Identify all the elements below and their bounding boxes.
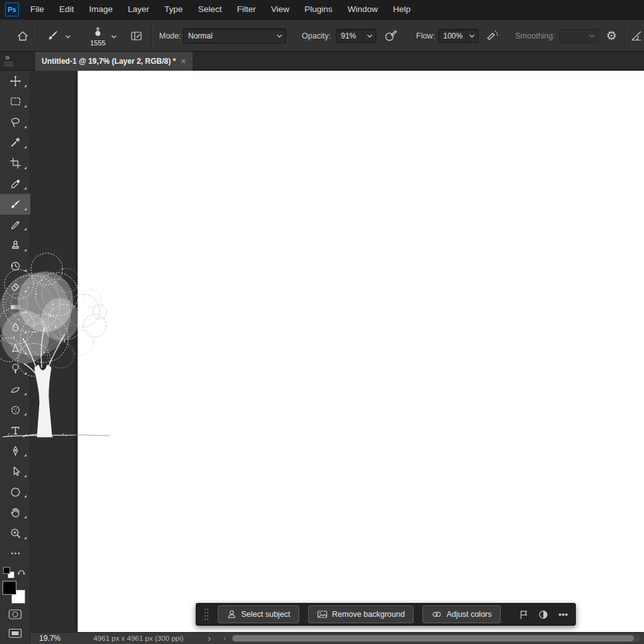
sponge-icon <box>9 404 21 416</box>
tool-crop[interactable] <box>0 153 30 174</box>
menu-image[interactable]: Image <box>81 0 121 19</box>
airbrush-button[interactable] <box>485 28 499 45</box>
opacity-value[interactable]: 91% <box>337 32 363 40</box>
select-subject-label: Select subject <box>241 610 290 619</box>
color-mixer-icon <box>431 609 442 619</box>
person-icon <box>227 609 237 619</box>
flow-control[interactable]: 100% <box>438 29 479 43</box>
tool-eraser[interactable] <box>0 276 30 297</box>
tool-direct-selection[interactable] <box>0 461 30 482</box>
tool-sharpen[interactable] <box>0 338 30 359</box>
menu-type[interactable]: Type <box>157 0 190 19</box>
brush-angle-button[interactable] <box>630 29 643 45</box>
tool-preset-button[interactable] <box>47 29 59 44</box>
zoom-level-field[interactable]: 19.7% <box>39 634 61 643</box>
brush-size-chevron-icon[interactable] <box>111 35 117 39</box>
color-swatches[interactable] <box>3 581 28 606</box>
opacity-control[interactable]: 91% <box>336 29 376 43</box>
blend-mode-select[interactable]: Normal <box>183 28 286 44</box>
document-tab-title: Untitled-1 @ 19,7% (Layer 2, RGB/8) * <box>42 57 176 66</box>
select-subject-button[interactable]: Select subject <box>218 605 299 623</box>
scrollbar-thumb[interactable] <box>232 635 634 641</box>
flag-icon[interactable] <box>518 609 529 620</box>
close-tab-icon[interactable]: × <box>181 57 186 66</box>
marquee-icon <box>9 95 21 107</box>
pasteboard <box>30 71 78 632</box>
taskbar-grip[interactable] <box>204 607 209 621</box>
tool-clone-stamp[interactable] <box>0 235 30 256</box>
mode-label: Mode: <box>159 32 181 40</box>
menu-window[interactable]: Window <box>340 0 385 19</box>
brush-size-value[interactable]: 1555 <box>85 39 110 47</box>
toolbar-grip[interactable] <box>4 62 13 68</box>
photoshop-logo: Ps <box>5 3 19 16</box>
menu-file[interactable]: File <box>23 0 52 19</box>
brush-tip-preview-icon[interactable] <box>93 25 102 38</box>
collapse-panels-chevrons[interactable]: » <box>5 52 9 63</box>
brush-icon <box>9 198 21 210</box>
tool-smudge[interactable] <box>0 379 30 400</box>
home-button[interactable] <box>16 30 29 45</box>
tool-dodge[interactable] <box>0 359 30 379</box>
tool-type[interactable] <box>0 420 30 441</box>
brush-settings-panel-toggle[interactable] <box>130 30 143 45</box>
flow-label: Flow: <box>416 32 435 40</box>
menu-plugins[interactable]: Plugins <box>297 0 340 19</box>
menu-view[interactable]: View <box>263 0 297 19</box>
swap-colors-icon[interactable] <box>17 568 27 576</box>
tool-move[interactable] <box>0 71 30 92</box>
tool-object-selection[interactable] <box>0 133 30 153</box>
menu-help[interactable]: Help <box>385 0 418 19</box>
tool-gradient[interactable] <box>0 297 30 318</box>
tool-brush[interactable] <box>0 194 30 215</box>
image-icon <box>317 609 328 619</box>
pressure-opacity-icon <box>384 28 398 45</box>
edit-toolbar-button[interactable] <box>0 544 30 564</box>
blend-mode-value: Normal <box>184 32 273 40</box>
chevron-down-icon[interactable] <box>363 30 376 42</box>
tool-pencil[interactable] <box>0 215 30 236</box>
tool-hand[interactable] <box>0 502 30 523</box>
contrast-icon[interactable] <box>538 609 549 620</box>
menu-edit[interactable]: Edit <box>52 0 81 19</box>
tool-eyedropper[interactable] <box>0 174 30 194</box>
horizontal-scrollbar[interactable] <box>231 635 640 642</box>
tool-rectangular-marquee[interactable] <box>0 92 30 112</box>
quick-mask-icon[interactable] <box>8 609 22 620</box>
tool-lasso[interactable] <box>0 112 30 133</box>
gear-icon[interactable]: ⚙ <box>606 29 617 43</box>
smoothing-label: Smoothing: <box>515 32 555 40</box>
status-expand-chevron[interactable]: › <box>208 633 211 644</box>
foreground-color-swatch[interactable] <box>3 581 16 595</box>
tool-zoom[interactable] <box>0 523 30 544</box>
tool-pen[interactable] <box>0 441 30 462</box>
status-collapse-chevron[interactable]: ‹ <box>224 633 226 643</box>
flow-value[interactable]: 100% <box>439 32 465 40</box>
airbrush-icon <box>485 28 499 45</box>
menu-filter[interactable]: Filter <box>229 0 263 19</box>
menu-select[interactable]: Select <box>191 0 230 19</box>
pressure-opacity-button[interactable] <box>384 28 398 45</box>
tool-ellipse-shape[interactable] <box>0 482 30 503</box>
contextual-taskbar: Select subject Remove background Adjust … <box>196 603 576 626</box>
smoothing-control <box>559 29 599 43</box>
brush-settings-panel-icon <box>130 30 143 45</box>
more-options-icon[interactable] <box>558 609 569 620</box>
default-colors-button[interactable] <box>3 567 15 578</box>
tool-sponge[interactable] <box>0 400 30 420</box>
canvas[interactable] <box>78 71 644 632</box>
tool-history-brush[interactable] <box>0 256 30 277</box>
photoshop-window: Ps File Edit Image Layer Type Select Fil… <box>0 0 644 644</box>
tool-blur[interactable] <box>0 318 30 338</box>
tool-preset-chevron-icon[interactable] <box>65 35 71 39</box>
options-bar: 1555 Mode: Normal Opacity: 91% <box>0 19 644 52</box>
remove-background-button[interactable]: Remove background <box>308 605 414 623</box>
dodge-icon <box>9 362 21 374</box>
menu-layer[interactable]: Layer <box>121 0 157 19</box>
adjust-colors-label: Adjust colors <box>446 610 492 619</box>
screen-mode-icon[interactable] <box>8 628 22 639</box>
chevron-down-icon <box>273 29 285 43</box>
chevron-down-icon[interactable] <box>465 30 478 42</box>
document-tab[interactable]: Untitled-1 @ 19,7% (Layer 2, RGB/8) * × <box>35 52 193 71</box>
adjust-colors-button[interactable]: Adjust colors <box>422 605 501 623</box>
